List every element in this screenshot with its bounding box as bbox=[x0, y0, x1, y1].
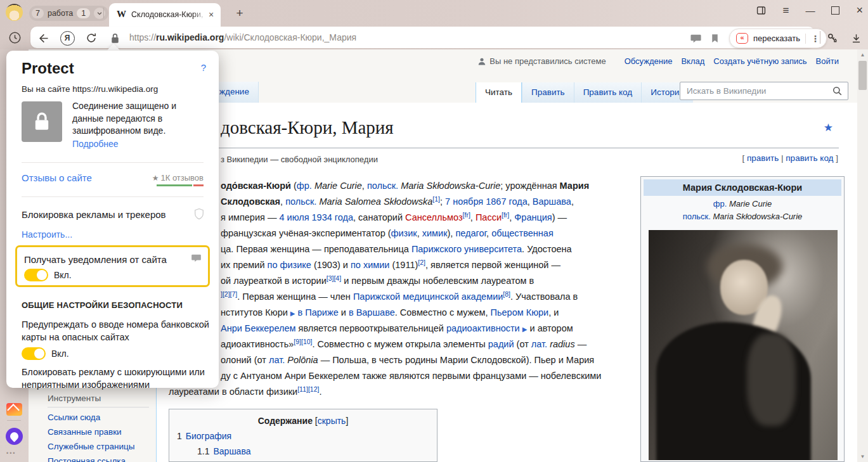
wiki-link[interactable]: радий bbox=[488, 339, 514, 349]
wiki-link[interactable]: физик bbox=[391, 228, 417, 238]
wiki-link[interactable]: 1934 года bbox=[312, 212, 354, 222]
history-clock-icon[interactable] bbox=[6, 29, 23, 46]
wiki-link[interactable]: по физике bbox=[268, 260, 311, 270]
tab-group[interactable]: 7 работа 1 bbox=[29, 6, 108, 21]
mail-icon[interactable] bbox=[6, 403, 22, 416]
ref-link[interactable]: [11][12] bbox=[297, 385, 319, 393]
wiki-link[interactable]: польск. bbox=[367, 181, 398, 191]
ref-link[interactable]: [fr] bbox=[463, 211, 470, 219]
wiki-link[interactable]: по химии bbox=[351, 260, 389, 270]
scroll-up-icon[interactable]: ▲ bbox=[857, 52, 868, 58]
lang-link[interactable]: фр. bbox=[713, 199, 727, 209]
toc-item[interactable]: 1Биография bbox=[177, 431, 437, 441]
page-scrollbar[interactable]: ▲ ▼ bbox=[857, 49, 868, 462]
alice-icon[interactable] bbox=[6, 428, 23, 445]
retell-button[interactable]: « пересказать ⋮ bbox=[729, 29, 827, 48]
personal-link[interactable]: Вклад bbox=[681, 56, 704, 66]
ref-link[interactable]: [9][10] bbox=[294, 338, 312, 345]
tab-close-icon[interactable]: × bbox=[209, 10, 214, 20]
tools-link[interactable]: Ссылки сюда bbox=[48, 413, 149, 422]
wiki-link[interactable]: Варшава bbox=[533, 196, 571, 207]
close-button[interactable]: × bbox=[856, 4, 863, 17]
wiki-link[interactable]: общественная bbox=[491, 228, 554, 238]
rating-positive bbox=[157, 184, 192, 186]
wiki-link[interactable]: радиоактивности bbox=[446, 323, 520, 333]
wiki-link[interactable]: фр. bbox=[297, 181, 312, 191]
personal-link[interactable]: Создать учётную запись bbox=[713, 56, 806, 66]
toggle-pill[interactable] bbox=[22, 347, 46, 360]
red-link[interactable]: Пасси bbox=[476, 212, 502, 222]
wiki-link[interactable]: 7 ноября bbox=[445, 196, 483, 207]
tools-link[interactable]: Связанные правки bbox=[48, 427, 149, 437]
wiki-link[interactable]: Анри Беккерелем bbox=[221, 323, 296, 333]
ref-link[interactable]: [2] bbox=[418, 259, 425, 266]
toc-link[interactable]: Биография bbox=[186, 431, 231, 441]
tools-link[interactable]: Постоянная ссылка bbox=[48, 456, 149, 462]
search-icon[interactable] bbox=[832, 86, 843, 96]
wiki-tab[interactable]: Читать bbox=[476, 82, 522, 103]
maximize-button[interactable] bbox=[831, 6, 839, 15]
ref-link[interactable]: [3][4] bbox=[327, 274, 341, 282]
configure-link[interactable]: Настроить... bbox=[22, 229, 72, 240]
personal-link[interactable]: Войти bbox=[816, 56, 839, 66]
wiki-link[interactable]: лат. bbox=[531, 339, 547, 349]
toc-hide-link[interactable]: скрыть bbox=[318, 416, 346, 426]
ref-link[interactable]: [1] bbox=[432, 195, 440, 203]
retell-more-icon[interactable]: ⋮ bbox=[811, 34, 820, 44]
wiki-link[interactable]: Парижской медицинской академии bbox=[353, 292, 503, 302]
minimize-button[interactable]: — bbox=[805, 5, 815, 16]
wiki-link[interactable]: в Париже bbox=[298, 307, 339, 318]
toc-item[interactable]: 1.1Варшава bbox=[197, 446, 437, 456]
lang-link[interactable]: польск. bbox=[683, 212, 711, 221]
ref-link[interactable]: [fr] bbox=[502, 211, 509, 219]
search-input[interactable] bbox=[685, 86, 832, 96]
bookmark-icon[interactable] bbox=[707, 30, 722, 46]
yandex-icon[interactable]: Я bbox=[60, 30, 75, 46]
menu-icon[interactable]: ≡ bbox=[783, 4, 789, 17]
ref-link[interactable]: ][2][7] bbox=[221, 290, 237, 298]
back-icon[interactable] bbox=[36, 30, 51, 46]
scroll-thumb[interactable] bbox=[858, 61, 867, 90]
card-toggle[interactable]: Вкл. bbox=[22, 347, 69, 360]
more-dots-icon[interactable]: ••• bbox=[6, 450, 16, 456]
wiki-link[interactable]: в Варшаве bbox=[349, 307, 395, 318]
more-link[interactable]: Подробнее bbox=[72, 139, 119, 149]
red-link[interactable]: Санселльмоз bbox=[405, 212, 463, 222]
tab-discussion-partial[interactable]: ждение bbox=[216, 82, 259, 103]
toggle-pill[interactable] bbox=[24, 269, 48, 281]
wiki-link[interactable]: Пьером Кюри bbox=[491, 307, 549, 318]
watch-star-icon[interactable]: ★ bbox=[824, 121, 833, 134]
keychain-icon[interactable] bbox=[824, 30, 839, 46]
ref-link[interactable]: [8] bbox=[503, 290, 510, 298]
edit-link[interactable]: править bbox=[747, 153, 779, 163]
wiki-link[interactable]: 1867 года bbox=[486, 196, 528, 207]
help-link[interactable]: ? bbox=[201, 62, 206, 73]
toc-link[interactable]: Варшава bbox=[213, 446, 250, 456]
comments-icon[interactable] bbox=[688, 30, 703, 46]
url-text[interactable]: https://ru.wikipedia.org/wiki/Склодовска… bbox=[129, 32, 356, 42]
scroll-down-icon[interactable]: ▼ bbox=[857, 454, 868, 459]
wiki-link[interactable]: польск. bbox=[285, 196, 316, 207]
edit-source-link[interactable]: править код bbox=[786, 153, 833, 163]
reviews-link[interactable]: Отзывы о сайте bbox=[22, 172, 92, 183]
lock-icon[interactable] bbox=[107, 30, 122, 46]
wiki-link[interactable]: педагог bbox=[455, 228, 486, 238]
notifications-toggle[interactable]: Вкл. bbox=[24, 269, 72, 281]
wiki-link[interactable]: химик bbox=[422, 228, 448, 238]
active-tab[interactable]: W Склодовская-Кюри, Ма × bbox=[109, 3, 221, 25]
wiki-link[interactable]: Парижского университета bbox=[411, 244, 522, 254]
expand-arrow-icon[interactable]: ▶ bbox=[290, 310, 295, 317]
wiki-link[interactable]: 4 июля bbox=[279, 212, 309, 222]
profile-avatar[interactable] bbox=[6, 4, 23, 21]
infobox-photo[interactable] bbox=[649, 230, 838, 460]
download-icon[interactable] bbox=[848, 30, 864, 46]
wiki-link[interactable]: лат. bbox=[269, 355, 285, 365]
wiki-tab[interactable]: Править код bbox=[574, 82, 642, 103]
refresh-icon[interactable] bbox=[84, 30, 99, 46]
wiki-link[interactable]: Франция bbox=[514, 212, 552, 222]
wiki-tab[interactable]: Править bbox=[522, 82, 574, 103]
tools-link[interactable]: Служебные страницы bbox=[48, 442, 149, 451]
personal-link[interactable]: Обсуждение bbox=[625, 56, 673, 66]
side-panel-icon[interactable] bbox=[756, 5, 767, 16]
new-tab-button[interactable]: + bbox=[232, 6, 247, 21]
